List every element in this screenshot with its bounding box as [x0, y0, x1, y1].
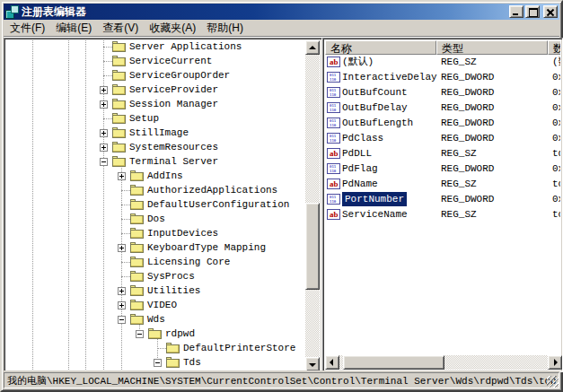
menu-item[interactable]: 文件(F)	[4, 19, 50, 38]
expand-icon[interactable]	[118, 172, 126, 180]
column-header-data[interactable]: 数	[548, 40, 560, 55]
registry-value-list[interactable]: (默认)REG_SZ(数InteractiveDelayREG_DWORD0xO…	[325, 55, 560, 355]
tree-item[interactable]: DefaultUserConfiguration	[6, 198, 307, 213]
value-name: ServiceName	[342, 207, 408, 222]
tree-item[interactable]: VIDEO	[6, 299, 307, 313]
folder-tab	[130, 242, 136, 244]
tree-vertical-scrollbar[interactable]	[305, 40, 320, 371]
tree-item[interactable]: rdpwd	[6, 327, 307, 342]
scroll-up-icon[interactable]	[305, 40, 320, 55]
folder-tab	[130, 314, 136, 316]
tree-item[interactable]: SysProcs	[6, 270, 307, 284]
expand-icon[interactable]	[100, 86, 108, 94]
folder-icon	[130, 287, 144, 296]
expand-icon[interactable]	[100, 100, 108, 109]
window-title: 注册表编辑器	[22, 4, 86, 20]
list-horizontal-scrollbar[interactable]	[325, 355, 562, 370]
horizontal-scrollbar-thumb[interactable]	[343, 355, 444, 370]
menu-item[interactable]: 编辑(E)	[50, 19, 97, 38]
tree-item[interactable]: ServiceGroupOrder	[6, 69, 307, 83]
folder-icon	[148, 330, 162, 339]
tree-item[interactable]: InputDevices	[6, 227, 307, 241]
tree-item[interactable]: Tds	[6, 356, 307, 370]
tree-item[interactable]: Dos	[6, 213, 307, 227]
registry-value-row[interactable]: OutBufCountREG_DWORD0x	[325, 85, 560, 100]
expand-icon[interactable]	[118, 244, 126, 252]
tree-panel[interactable]: Server ApplicationsServiceCurrentService…	[4, 38, 322, 372]
folder-tab	[112, 142, 118, 144]
registry-value-row[interactable]: PdNameREG_SZtc	[325, 177, 560, 192]
close-icon[interactable]	[543, 5, 558, 18]
value-name: PdClass	[342, 131, 383, 145]
folder-tab	[112, 99, 118, 100]
menu-item[interactable]: 帮助(H)	[201, 19, 249, 38]
title-bar[interactable]: 注册表编辑器	[4, 4, 559, 20]
scroll-down-icon[interactable]	[305, 357, 320, 371]
value-type: REG_DWORD	[441, 161, 494, 176]
tree-item-label: Utilities	[145, 284, 202, 298]
value-data: 0x	[552, 161, 560, 176]
folder-icon	[130, 201, 144, 210]
scroll-right-icon[interactable]	[548, 355, 562, 370]
tree-item[interactable]: SystemResources	[6, 141, 307, 155]
value-name: OutBufCount	[342, 85, 408, 100]
folder-tab	[166, 357, 172, 359]
column-header-name[interactable]: 名称	[325, 40, 436, 55]
registry-value-row[interactable]: PortNumberREG_DWORD0x	[325, 192, 560, 207]
scroll-left-icon[interactable]	[325, 355, 339, 370]
collapse-icon[interactable]	[136, 330, 144, 338]
tree-item[interactable]: Terminal Server	[6, 155, 307, 170]
expand-icon[interactable]	[100, 144, 108, 152]
folder-icon	[130, 215, 144, 224]
tree-item[interactable]: Licensing Core	[6, 256, 307, 270]
registry-value-row[interactable]: PdFlagREG_DWORD0x	[325, 161, 560, 177]
value-data: 0x	[552, 131, 560, 145]
maximize-icon[interactable]	[525, 5, 540, 18]
registry-value-row[interactable]: (默认)REG_SZ(数	[325, 55, 560, 70]
vertical-scrollbar-thumb[interactable]	[305, 203, 320, 290]
expand-icon[interactable]	[118, 301, 126, 309]
folder-icon	[130, 273, 144, 282]
tree-item[interactable]: Setup	[6, 112, 307, 126]
tree-item[interactable]: DefaultPrinterStore	[6, 342, 307, 356]
registry-value-row[interactable]: PdClassREG_DWORD0x	[325, 131, 560, 146]
tree-item[interactable]: KeyboardType Mapping	[6, 241, 307, 256]
registry-tree[interactable]: Server ApplicationsServiceCurrentService…	[6, 40, 307, 371]
regedit-app-icon[interactable]	[5, 5, 18, 18]
values-panel[interactable]: 名称 类型 数 (默认)REG_SZ(数InteractiveDelayREG_…	[322, 38, 563, 372]
tree-item[interactable]: ServiceCurrent	[6, 55, 307, 69]
collapse-icon[interactable]	[118, 316, 126, 324]
resize-grip-icon[interactable]	[547, 376, 559, 388]
tree-item[interactable]: Wds	[6, 313, 307, 327]
registry-value-row[interactable]: OutBufLengthREG_DWORD0x	[325, 116, 560, 131]
menu-item[interactable]: 查看(V)	[97, 19, 144, 38]
tree-item[interactable]: Utilities	[6, 284, 307, 299]
menu-item[interactable]: 收藏夹(A)	[144, 19, 201, 38]
value-data: 0x	[552, 116, 560, 130]
collapse-icon[interactable]	[154, 359, 162, 367]
tree-item[interactable]: StillImage	[6, 126, 307, 141]
registry-value-row[interactable]: ServiceNameREG_SZtc	[325, 207, 560, 222]
tree-item[interactable]: ServiceProvider	[6, 83, 307, 98]
tree-item[interactable]: Session Manager	[6, 98, 307, 112]
expand-icon[interactable]	[100, 129, 108, 137]
folder-icon	[130, 172, 144, 181]
minimize-icon[interactable]	[509, 5, 523, 18]
registry-value-row[interactable]: PdDLLREG_SZtd	[325, 146, 560, 161]
status-path: 我的电脑\HKEY_LOCAL_MACHINE\SYSTEM\CurrentCo…	[4, 372, 559, 388]
value-data: 0x	[552, 100, 560, 115]
tree-item[interactable]: AddIns	[6, 170, 307, 184]
value-name: (默认)	[342, 55, 374, 69]
tree-item[interactable]: Server Applications	[6, 40, 307, 55]
collapse-icon[interactable]	[100, 158, 108, 166]
tree-item-label: Server Applications	[128, 40, 243, 54]
column-header-type[interactable]: 类型	[436, 40, 548, 55]
folder-tab	[112, 113, 118, 115]
registry-value-row[interactable]: InteractiveDelayREG_DWORD0x	[325, 70, 560, 85]
tree-item-label: SysProcs	[145, 270, 197, 283]
value-name: PdDLL	[342, 146, 372, 161]
value-name: OutBufDelay	[342, 100, 408, 115]
expand-icon[interactable]	[118, 287, 126, 295]
tree-item[interactable]: AuthorizedApplications	[6, 184, 307, 198]
registry-value-row[interactable]: OutBufDelayREG_DWORD0x	[325, 100, 560, 116]
